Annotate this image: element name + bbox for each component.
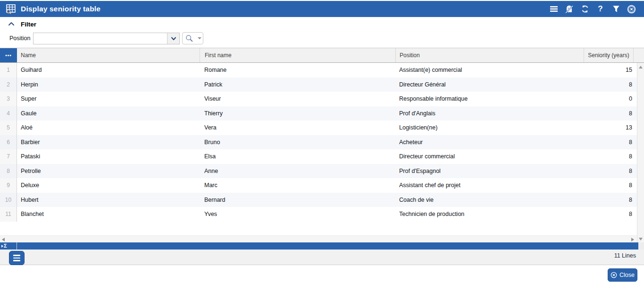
cell-position[interactable]: Prof d'Anglais	[395, 106, 584, 121]
cell-first-name[interactable]: Romane	[200, 63, 395, 77]
table-row[interactable]: 10 Hubert Bernard Coach de vie 8	[0, 193, 637, 207]
position-combobox[interactable]	[33, 33, 180, 44]
cell-first-name[interactable]: Vera	[200, 120, 395, 135]
scroll-up-arrow[interactable]	[639, 66, 643, 69]
position-label: Position	[9, 33, 30, 44]
row-number: 8	[0, 164, 17, 179]
column-header-seniority[interactable]: Seniority (years)	[584, 48, 634, 62]
column-header-position[interactable]: Position	[395, 48, 584, 62]
vertical-scrollbar[interactable]	[637, 63, 644, 242]
cell-name[interactable]: Aloé	[17, 120, 200, 135]
position-combo-input[interactable]	[33, 33, 167, 44]
table-menu-button[interactable]	[9, 251, 25, 265]
cell-seniority[interactable]: 0	[584, 92, 637, 106]
scroll-down-arrow[interactable]	[639, 238, 643, 241]
table-row[interactable]: 6 Barbier Bruno Acheteur 8	[0, 135, 637, 150]
cell-seniority[interactable]: 8	[584, 193, 637, 207]
ghost-slash-icon[interactable]	[564, 4, 574, 14]
titlebar: Display seniority table	[0, 1, 644, 17]
cell-first-name[interactable]: Elsa	[200, 149, 395, 164]
table-corner-menu-button[interactable]: •••	[0, 48, 17, 62]
search-button[interactable]	[182, 32, 203, 44]
cell-position[interactable]: Acheteur	[395, 135, 584, 150]
combo-dropdown-button[interactable]	[167, 33, 179, 44]
row-number: 3	[0, 92, 17, 106]
cell-seniority[interactable]: 8	[584, 164, 637, 179]
window-title: Display seniority table	[21, 5, 100, 13]
cell-name[interactable]: Herpin	[17, 77, 200, 92]
table-row[interactable]: 3 Super Viseur Responsable informatique …	[0, 92, 637, 106]
filter-section-title: Filter	[21, 21, 36, 28]
cell-first-name[interactable]: Bruno	[200, 135, 395, 150]
close-button-label: Close	[619, 272, 635, 278]
horizontal-scrollbar[interactable]	[0, 235, 637, 242]
cell-position[interactable]: Technicien de production	[395, 207, 584, 222]
totals-expand-icon	[1, 245, 3, 248]
refresh-icon[interactable]	[580, 4, 590, 14]
table-row[interactable]: 9 Deluxe Marc Assistant chef de projet 8	[0, 178, 637, 193]
cell-seniority[interactable]: 15	[584, 63, 637, 77]
table-row[interactable]: 4 Gaule Thierry Prof d'Anglais 8	[0, 106, 637, 121]
cell-name[interactable]: Gaule	[17, 106, 200, 121]
cell-position[interactable]: Assistant chef de projet	[395, 178, 584, 193]
cell-seniority[interactable]: 8	[584, 77, 637, 92]
filter-collapse-button[interactable]	[8, 21, 15, 27]
cell-seniority[interactable]: 13	[584, 120, 637, 135]
cell-position[interactable]: Logisticien(ne)	[395, 120, 584, 135]
close-button[interactable]: Close	[608, 268, 637, 282]
table-row[interactable]: 8 Petrolle Anne Prof d'Espagnol 8	[0, 164, 637, 179]
cell-name[interactable]: Hubert	[17, 193, 200, 207]
scroll-left-arrow[interactable]	[2, 238, 5, 241]
titlebar-actions: ?	[549, 4, 636, 14]
table-row[interactable]: 5 Aloé Vera Logisticien(ne) 13	[0, 120, 637, 135]
cell-name[interactable]: Deluxe	[17, 178, 200, 193]
cell-seniority[interactable]: 8	[584, 207, 637, 222]
table-row[interactable]: 11 Blanchet Yves Technicien de productio…	[0, 207, 637, 222]
search-options-arrow[interactable]	[196, 33, 203, 44]
hamburger-icon	[13, 255, 20, 256]
menu-icon[interactable]	[549, 4, 559, 14]
cell-name[interactable]: Super	[17, 92, 200, 106]
help-icon[interactable]: ?	[595, 4, 605, 14]
cell-name[interactable]: Pataski	[17, 149, 200, 164]
row-number: 7	[0, 149, 17, 164]
row-number: 11	[0, 207, 17, 222]
cell-name[interactable]: Guihard	[17, 63, 200, 77]
table-row[interactable]: 1 Guihard Romane Assistant(e) commercial…	[0, 63, 637, 77]
cell-position[interactable]: Directeur commercial	[395, 149, 584, 164]
cell-position[interactable]: Prof d'Espagnol	[395, 164, 584, 179]
row-number: 4	[0, 106, 17, 121]
cell-first-name[interactable]: Viseur	[200, 92, 395, 106]
search-icon[interactable]	[183, 33, 196, 44]
cell-seniority[interactable]: 8	[584, 149, 637, 164]
table-row[interactable]: 2 Herpin Patrick Directeur Général 8	[0, 77, 637, 92]
cell-position[interactable]: Responsable informatique	[395, 92, 584, 106]
column-header-name[interactable]: Name	[17, 48, 200, 62]
totals-sigma-button[interactable]: Σ	[0, 242, 17, 250]
cell-seniority[interactable]: 8	[584, 135, 637, 150]
chevron-down-icon	[171, 37, 176, 41]
cell-seniority[interactable]: 8	[584, 106, 637, 121]
cell-name[interactable]: Blanchet	[17, 207, 200, 222]
cell-first-name[interactable]: Yves	[200, 207, 395, 222]
scroll-right-arrow[interactable]	[631, 238, 634, 241]
cell-first-name[interactable]: Thierry	[200, 106, 395, 121]
cell-name[interactable]: Barbier	[17, 135, 200, 150]
cell-first-name[interactable]: Marc	[200, 178, 395, 193]
close-window-icon[interactable]	[627, 4, 636, 14]
totals-row: Σ	[0, 242, 644, 250]
cell-position[interactable]: Coach de vie	[395, 193, 584, 207]
cell-first-name[interactable]: Patrick	[200, 77, 395, 92]
filter-icon[interactable]	[611, 4, 621, 14]
table-body: 1 Guihard Romane Assistant(e) commercial…	[0, 63, 637, 235]
cell-first-name[interactable]: Anne	[200, 164, 395, 179]
cell-first-name[interactable]: Bernard	[200, 193, 395, 207]
column-header-first-name[interactable]: First name	[200, 48, 395, 62]
cell-position[interactable]: Assistant(e) commercial	[395, 63, 584, 77]
table-row[interactable]: 7 Pataski Elsa Directeur commercial 8	[0, 149, 637, 164]
cell-position[interactable]: Directeur Général	[395, 77, 584, 92]
table-header: ••• Name First name Position Seniority (…	[0, 48, 644, 63]
row-number: 5	[0, 120, 17, 135]
cell-seniority[interactable]: 8	[584, 178, 637, 193]
cell-name[interactable]: Petrolle	[17, 164, 200, 179]
